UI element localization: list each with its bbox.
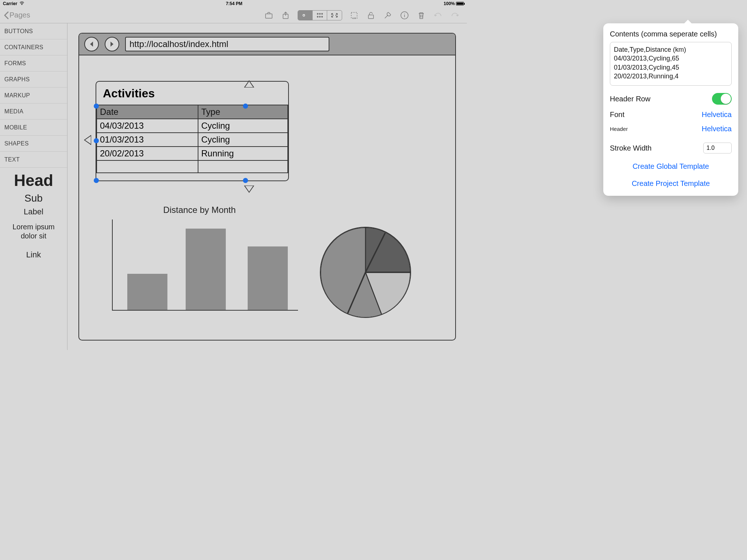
svg-point-15 [404, 13, 405, 14]
browser-back-button[interactable] [84, 37, 99, 51]
bar-chart-widget[interactable]: Distance by Month [97, 205, 302, 314]
svg-rect-12 [368, 15, 374, 19]
stencil-previews: Head Sub Label Lorem ipsum dolor sit Lin… [0, 168, 67, 263]
cell: 01/03/2013 [97, 133, 198, 147]
pie-chart-widget[interactable] [320, 227, 411, 318]
stencil-subheading[interactable]: Sub [24, 192, 43, 204]
view-expand-icon[interactable] [327, 11, 342, 20]
cell: 20/02/2013 [97, 147, 198, 160]
sidebar-item-buttons[interactable]: BUTTONS [0, 23, 67, 39]
briefcase-icon[interactable] [264, 11, 274, 20]
stencil-paragraph[interactable]: Lorem ipsum dolor sit [5, 222, 62, 241]
clock-label: 7:54 PM [226, 1, 242, 6]
cell [198, 160, 288, 173]
top-toolbar: Pages 123 [0, 7, 467, 23]
view-grid-icon[interactable] [313, 11, 327, 20]
table-row[interactable] [97, 160, 288, 173]
design-canvas[interactable]: http://localhost/index.html Activities D… [67, 23, 467, 350]
cell: Running [198, 147, 288, 160]
svg-point-6 [321, 13, 322, 14]
browser-url-field[interactable]: http://localhost/index.html [125, 37, 329, 51]
table-row[interactable]: 20/02/2013Running [97, 147, 288, 160]
share-icon[interactable] [281, 11, 290, 20]
bar-chart-title: Distance by Month [97, 205, 302, 215]
selection-handle[interactable] [94, 178, 99, 183]
selection-handle[interactable] [94, 138, 99, 143]
col-date: Date [97, 105, 198, 119]
bar [127, 274, 167, 310]
svg-point-8 [319, 16, 320, 17]
resize-down-arrow[interactable] [244, 186, 254, 193]
browser-forward-button[interactable] [105, 37, 119, 51]
activities-table[interactable]: Date Type 04/03/2013Cycling 01/03/2013Cy… [96, 105, 288, 173]
resize-left-arrow[interactable] [84, 135, 91, 145]
stencil-heading[interactable]: Head [14, 171, 53, 190]
resize-up-arrow[interactable] [244, 80, 254, 88]
redo-icon[interactable] [450, 11, 460, 20]
svg-rect-1 [266, 14, 272, 18]
wrench-icon[interactable] [383, 11, 392, 20]
svg-point-4 [317, 13, 318, 14]
undo-icon[interactable] [433, 11, 443, 20]
svg-point-7 [317, 16, 318, 17]
bar [248, 246, 288, 310]
svg-point-9 [321, 16, 322, 17]
cell [97, 160, 198, 173]
cell: Cycling [198, 119, 288, 133]
selection-handle[interactable] [243, 104, 248, 109]
activities-title: Activities [96, 82, 288, 105]
selection-handle[interactable] [94, 104, 99, 109]
trash-icon[interactable] [417, 11, 426, 20]
stencil-sidebar: BUTTONS CONTAINERS FORMS GRAPHS MARKUP M… [0, 23, 67, 350]
view-single-icon[interactable] [298, 11, 313, 20]
table-row[interactable]: 04/03/2013Cycling [97, 119, 288, 133]
sidebar-item-containers[interactable]: CONTAINERS [0, 39, 67, 55]
back-label: Pages [9, 11, 30, 19]
selection-handle[interactable] [243, 178, 248, 183]
lock-open-icon[interactable] [366, 11, 376, 20]
sidebar-item-forms[interactable]: FORMS [0, 55, 67, 71]
svg-text:123: 123 [352, 17, 356, 19]
sidebar-item-shapes[interactable]: SHAPES [0, 136, 67, 152]
carrier-label: Carrier [3, 1, 17, 6]
sidebar-item-markup[interactable]: MARKUP [0, 88, 67, 104]
svg-point-0 [22, 4, 23, 5]
sidebar-item-media[interactable]: MEDIA [0, 104, 67, 120]
view-mode-segmented[interactable] [298, 10, 342, 20]
cell: 04/03/2013 [97, 119, 198, 133]
sidebar-item-graphs[interactable]: GRAPHS [0, 71, 67, 88]
table-row[interactable]: 01/03/2013Cycling [97, 133, 288, 147]
sidebar-item-mobile[interactable]: MOBILE [0, 120, 67, 136]
info-icon[interactable] [400, 11, 409, 20]
battery-percent: 100% [444, 1, 455, 6]
browser-wireframe[interactable]: http://localhost/index.html Activities D… [78, 33, 456, 341]
bar-chart-axes [112, 219, 298, 311]
back-button[interactable]: Pages [4, 11, 30, 19]
svg-point-3 [303, 14, 305, 16]
bar [186, 229, 226, 310]
wifi-icon [19, 1, 24, 6]
cell: Cycling [198, 133, 288, 147]
marquee-icon[interactable]: 123 [349, 11, 359, 20]
status-bar: Carrier 7:54 PM 100% [0, 0, 467, 7]
stencil-link[interactable]: Link [26, 250, 41, 260]
activities-table-widget[interactable]: Activities Date Type 04/03/2013Cycling 0… [96, 81, 289, 181]
svg-point-5 [319, 13, 320, 14]
battery-indicator: 100% [444, 1, 464, 6]
sidebar-item-text[interactable]: TEXT [0, 152, 67, 168]
stencil-label[interactable]: Label [24, 207, 43, 217]
